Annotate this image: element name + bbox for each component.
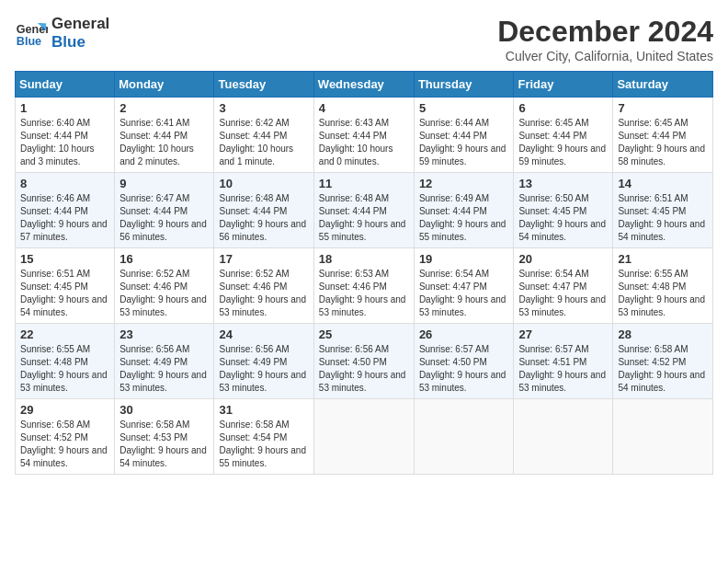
- day-number: 21: [618, 252, 708, 266]
- cell-daylight: Daylight: 9 hours and 56 minutes.: [119, 219, 207, 242]
- cell-daylight: Daylight: 9 hours and 53 minutes.: [119, 370, 207, 393]
- day-number: 29: [20, 403, 109, 417]
- day-number: 11: [319, 177, 409, 190]
- day-number: 6: [518, 101, 608, 115]
- calendar-cell: 15 Sunrise: 6:51 AM Sunset: 4:45 PM Dayl…: [16, 248, 115, 324]
- calendar-cell: 21 Sunrise: 6:55 AM Sunset: 4:48 PM Dayl…: [613, 248, 713, 324]
- cell-sunset: Sunset: 4:54 PM: [219, 432, 287, 442]
- cell-daylight: Daylight: 9 hours and 54 minutes.: [20, 294, 108, 317]
- cell-sunset: Sunset: 4:44 PM: [319, 206, 387, 216]
- cell-sunrise: Sunrise: 6:44 AM: [419, 118, 489, 128]
- day-header-sunday: Sunday: [16, 72, 115, 98]
- calendar-cell: 19 Sunrise: 6:54 AM Sunset: 4:47 PM Dayl…: [414, 248, 514, 324]
- cell-sunset: Sunset: 4:44 PM: [20, 206, 88, 216]
- logo-icon: General Blue: [15, 17, 48, 50]
- cell-sunset: Sunset: 4:48 PM: [618, 282, 686, 292]
- cell-daylight: Daylight: 9 hours and 55 minutes.: [419, 219, 506, 242]
- cell-daylight: Daylight: 9 hours and 56 minutes.: [219, 219, 306, 242]
- cell-sunrise: Sunrise: 6:48 AM: [219, 193, 289, 203]
- cell-daylight: Daylight: 9 hours and 53 minutes.: [219, 294, 306, 317]
- page-header: General Blue General Blue December 2024 …: [15, 15, 713, 63]
- cell-daylight: Daylight: 9 hours and 57 minutes.: [20, 219, 108, 242]
- cell-daylight: Daylight: 9 hours and 54 minutes.: [119, 445, 207, 468]
- calendar-week-4: 22 Sunrise: 6:55 AM Sunset: 4:48 PM Dayl…: [16, 324, 713, 399]
- cell-daylight: Daylight: 9 hours and 53 minutes.: [119, 294, 207, 317]
- calendar-cell: [514, 399, 613, 475]
- cell-sunrise: Sunrise: 6:56 AM: [319, 344, 389, 354]
- day-number: 24: [219, 327, 308, 341]
- day-number: 3: [219, 101, 308, 115]
- day-number: 22: [20, 327, 109, 341]
- cell-daylight: Daylight: 9 hours and 53 minutes.: [319, 370, 406, 393]
- cell-daylight: Daylight: 9 hours and 59 minutes.: [419, 144, 506, 167]
- calendar-cell: 3 Sunrise: 6:42 AM Sunset: 4:44 PM Dayli…: [214, 98, 313, 173]
- cell-sunset: Sunset: 4:52 PM: [20, 432, 88, 442]
- calendar-cell: 16 Sunrise: 6:52 AM Sunset: 4:46 PM Dayl…: [115, 248, 214, 324]
- cell-sunset: Sunset: 4:51 PM: [518, 357, 586, 367]
- cell-sunset: Sunset: 4:44 PM: [518, 131, 586, 141]
- cell-daylight: Daylight: 9 hours and 54 minutes.: [618, 370, 705, 393]
- cell-sunrise: Sunrise: 6:51 AM: [618, 193, 688, 203]
- cell-daylight: Daylight: 9 hours and 54 minutes.: [618, 219, 705, 242]
- day-number: 19: [419, 252, 509, 266]
- cell-sunset: Sunset: 4:50 PM: [319, 357, 387, 367]
- cell-sunrise: Sunrise: 6:45 AM: [518, 118, 588, 128]
- calendar-cell: 12 Sunrise: 6:49 AM Sunset: 4:44 PM Dayl…: [414, 173, 514, 248]
- cell-sunrise: Sunrise: 6:57 AM: [419, 344, 489, 354]
- cell-sunset: Sunset: 4:44 PM: [219, 131, 287, 141]
- cell-daylight: Daylight: 9 hours and 53 minutes.: [219, 370, 306, 393]
- month-title: December 2024: [497, 15, 713, 49]
- cell-sunrise: Sunrise: 6:58 AM: [219, 419, 289, 430]
- calendar-cell: 24 Sunrise: 6:56 AM Sunset: 4:49 PM Dayl…: [214, 324, 313, 399]
- day-number: 13: [518, 177, 608, 190]
- cell-sunrise: Sunrise: 6:43 AM: [319, 118, 389, 128]
- day-header-tuesday: Tuesday: [214, 72, 313, 98]
- cell-sunrise: Sunrise: 6:47 AM: [119, 193, 189, 203]
- cell-daylight: Daylight: 9 hours and 53 minutes.: [319, 294, 406, 317]
- calendar-week-5: 29 Sunrise: 6:58 AM Sunset: 4:52 PM Dayl…: [16, 399, 713, 475]
- day-number: 14: [618, 177, 708, 190]
- day-number: 25: [319, 327, 409, 341]
- cell-daylight: Daylight: 10 hours and 3 minutes.: [20, 144, 95, 167]
- calendar-cell: [313, 399, 414, 475]
- cell-sunrise: Sunrise: 6:54 AM: [518, 269, 588, 279]
- calendar-cell: 28 Sunrise: 6:58 AM Sunset: 4:52 PM Dayl…: [613, 324, 713, 399]
- cell-sunrise: Sunrise: 6:52 AM: [119, 269, 189, 279]
- day-number: 20: [518, 252, 608, 266]
- cell-daylight: Daylight: 9 hours and 55 minutes.: [219, 445, 306, 468]
- calendar-cell: 4 Sunrise: 6:43 AM Sunset: 4:44 PM Dayli…: [313, 98, 414, 173]
- calendar-cell: [414, 399, 514, 475]
- day-number: 27: [518, 327, 608, 341]
- cell-sunrise: Sunrise: 6:56 AM: [219, 344, 289, 354]
- calendar-cell: 17 Sunrise: 6:52 AM Sunset: 4:46 PM Dayl…: [214, 248, 313, 324]
- calendar-table: SundayMondayTuesdayWednesdayThursdayFrid…: [15, 71, 713, 475]
- cell-sunrise: Sunrise: 6:54 AM: [419, 269, 489, 279]
- calendar-cell: 20 Sunrise: 6:54 AM Sunset: 4:47 PM Dayl…: [514, 248, 613, 324]
- day-number: 4: [319, 101, 409, 115]
- calendar-cell: 10 Sunrise: 6:48 AM Sunset: 4:44 PM Dayl…: [214, 173, 313, 248]
- day-header-wednesday: Wednesday: [313, 72, 414, 98]
- day-number: 2: [119, 101, 209, 115]
- calendar-cell: 29 Sunrise: 6:58 AM Sunset: 4:52 PM Dayl…: [16, 399, 115, 475]
- cell-daylight: Daylight: 9 hours and 54 minutes.: [20, 445, 108, 468]
- calendar-cell: 18 Sunrise: 6:53 AM Sunset: 4:46 PM Dayl…: [313, 248, 414, 324]
- cell-sunset: Sunset: 4:45 PM: [618, 206, 686, 216]
- day-header-friday: Friday: [514, 72, 613, 98]
- cell-sunset: Sunset: 4:44 PM: [419, 131, 487, 141]
- cell-daylight: Daylight: 10 hours and 1 minute.: [219, 144, 293, 167]
- cell-sunrise: Sunrise: 6:58 AM: [119, 419, 189, 430]
- calendar-cell: 5 Sunrise: 6:44 AM Sunset: 4:44 PM Dayli…: [414, 98, 514, 173]
- cell-sunrise: Sunrise: 6:58 AM: [20, 419, 90, 430]
- cell-daylight: Daylight: 9 hours and 59 minutes.: [518, 144, 606, 167]
- day-number: 7: [618, 101, 708, 115]
- cell-sunset: Sunset: 4:45 PM: [20, 282, 88, 292]
- calendar-header-row: SundayMondayTuesdayWednesdayThursdayFrid…: [16, 72, 713, 98]
- cell-sunrise: Sunrise: 6:46 AM: [20, 193, 90, 203]
- day-number: 30: [119, 403, 209, 417]
- day-header-thursday: Thursday: [414, 72, 514, 98]
- cell-sunrise: Sunrise: 6:42 AM: [219, 118, 289, 128]
- svg-text:Blue: Blue: [17, 34, 41, 47]
- cell-sunset: Sunset: 4:47 PM: [518, 282, 586, 292]
- cell-sunset: Sunset: 4:44 PM: [419, 206, 487, 216]
- calendar-cell: 31 Sunrise: 6:58 AM Sunset: 4:54 PM Dayl…: [214, 399, 313, 475]
